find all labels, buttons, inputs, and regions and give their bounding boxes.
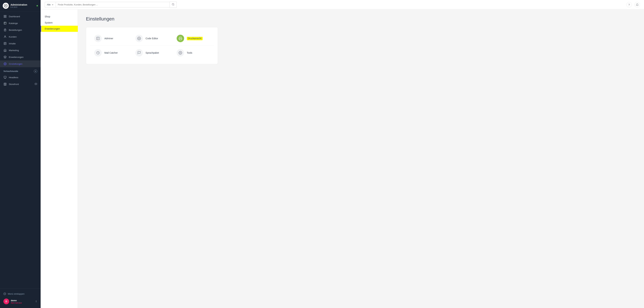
extensions-icon bbox=[4, 55, 7, 59]
status-dot bbox=[36, 5, 38, 6]
catalog-icon bbox=[4, 22, 7, 25]
svg-rect-2 bbox=[6, 15, 6, 16]
sidebar-item-bestellungen[interactable]: Bestellungen bbox=[0, 26, 40, 33]
svg-point-15 bbox=[139, 38, 140, 39]
sub-sidebar-item-erweiterungen[interactable]: Erweiterungen bbox=[40, 26, 78, 32]
search-button[interactable] bbox=[170, 2, 177, 8]
svg-point-13 bbox=[172, 4, 174, 5]
sidebar-item-marketing[interactable]: Marketing bbox=[0, 47, 40, 54]
code-editor-label: Code Editor bbox=[146, 37, 158, 40]
orders-icon bbox=[4, 28, 7, 32]
sprachpaket-label: Sprachpaket bbox=[146, 52, 159, 54]
user-chevron-icon: ⇧ bbox=[35, 300, 37, 303]
sidebar-item-headless[interactable]: Headless bbox=[0, 74, 40, 81]
user-menu[interactable]: D demo Administrator ⇧ bbox=[3, 297, 38, 306]
app-logo bbox=[3, 3, 9, 9]
sidebar-label-headless: Headless bbox=[9, 76, 18, 79]
svg-point-12 bbox=[4, 292, 6, 295]
sub-sidebar-item-shop[interactable]: Shop bbox=[40, 14, 78, 20]
sidebar-label-inhalte: Inhalte bbox=[9, 42, 16, 45]
druckansicht-icon bbox=[177, 35, 184, 42]
sidebar-header: Administration 6.4.16.0 bbox=[0, 0, 40, 12]
collapse-menu-button[interactable]: Menü einklappen bbox=[3, 291, 38, 297]
tools-label: Tools bbox=[187, 52, 192, 54]
settings-main: Einstellungen Adminer bbox=[78, 10, 644, 308]
search-input[interactable] bbox=[56, 2, 170, 8]
user-avatar: D bbox=[4, 298, 9, 304]
search-container: Alle bbox=[45, 2, 177, 8]
svg-rect-1 bbox=[4, 15, 5, 16]
sidebar-footer: Menü einklappen D demo Administrator ⇧ bbox=[0, 288, 40, 308]
sidebar-item-storefront[interactable]: Storefront bbox=[0, 81, 40, 88]
app-name: Administration bbox=[10, 4, 27, 6]
svg-point-7 bbox=[4, 36, 6, 37]
sub-sidebar-item-system[interactable]: System bbox=[40, 20, 78, 26]
sidebar-item-einstellungen[interactable]: Einstellungen bbox=[0, 60, 40, 67]
notifications-button[interactable] bbox=[634, 2, 640, 8]
storefront-icon bbox=[4, 82, 7, 86]
sidebar-item-erweiterungen[interactable]: Erweiterungen bbox=[0, 54, 40, 60]
app-info: Administration 6.4.16.0 bbox=[10, 4, 27, 8]
svg-rect-3 bbox=[4, 17, 5, 18]
page-title: Einstellungen bbox=[86, 16, 636, 22]
settings-card: Adminer Code Editor bbox=[86, 27, 218, 64]
settings-item-druckansicht[interactable]: Druckansicht bbox=[172, 31, 214, 46]
add-channel-button[interactable]: + bbox=[34, 70, 37, 73]
svg-point-9 bbox=[5, 64, 6, 64]
sidebar-label-marketing: Marketing bbox=[9, 49, 19, 52]
tools-icon bbox=[177, 49, 184, 56]
sidebar: Administration 6.4.16.0 Dashboard Katalo… bbox=[0, 0, 40, 308]
druckansicht-label: Druckansicht bbox=[187, 37, 202, 40]
svg-rect-5 bbox=[4, 22, 6, 24]
content-icon bbox=[4, 42, 7, 45]
dashboard-icon bbox=[4, 15, 7, 18]
sub-sidebar: Shop System Erweiterungen bbox=[40, 10, 78, 308]
sidebar-item-dashboard[interactable]: Dashboard bbox=[0, 13, 40, 20]
settings-item-sprachpaket[interactable]: Sprachpaket bbox=[131, 46, 172, 60]
app-version: 6.4.16.0 bbox=[10, 6, 27, 8]
page-content: Shop System Erweiterungen Einstellungen bbox=[40, 10, 644, 308]
svg-rect-10 bbox=[4, 76, 6, 78]
svg-rect-16 bbox=[179, 39, 181, 40]
settings-item-mail-catcher[interactable]: Mail Catcher bbox=[90, 46, 131, 60]
settings-item-adminer[interactable]: Adminer bbox=[90, 31, 131, 46]
eye-icon[interactable] bbox=[34, 82, 37, 86]
sidebar-label-bestellungen: Bestellungen bbox=[9, 29, 22, 31]
settings-item-code-editor[interactable]: Code Editor bbox=[131, 31, 172, 46]
svg-rect-4 bbox=[6, 17, 6, 18]
marketing-icon bbox=[4, 48, 7, 52]
help-button[interactable]: ? bbox=[626, 2, 632, 8]
sprachpaket-icon bbox=[135, 49, 143, 56]
sidebar-item-kunden[interactable]: Kunden bbox=[0, 33, 40, 40]
code-editor-icon bbox=[135, 35, 143, 42]
adminer-label: Adminer bbox=[104, 37, 113, 40]
sidebar-nav: Dashboard Kataloge Bestellungen bbox=[0, 12, 40, 288]
headless-icon bbox=[4, 76, 7, 79]
sidebar-item-inhalte[interactable]: Inhalte bbox=[0, 40, 40, 47]
mail-catcher-icon bbox=[94, 49, 102, 56]
sidebar-label-dashboard: Dashboard bbox=[9, 15, 20, 18]
main-content: Alle ? Shop S bbox=[40, 0, 644, 308]
topbar-actions: ? bbox=[626, 2, 640, 8]
sidebar-item-kataloge[interactable]: Kataloge bbox=[0, 20, 40, 26]
svg-rect-6 bbox=[5, 29, 6, 29]
mail-catcher-label: Mail Catcher bbox=[104, 52, 118, 54]
user-info: demo Administrator bbox=[11, 299, 34, 304]
adminer-icon bbox=[94, 35, 102, 42]
search-filter-button[interactable]: Alle bbox=[45, 2, 56, 8]
sidebar-label-erweiterungen: Erweiterungen bbox=[9, 56, 24, 58]
sidebar-label-kataloge: Kataloge bbox=[9, 22, 18, 24]
settings-icon bbox=[4, 62, 7, 66]
settings-grid: Adminer Code Editor bbox=[90, 31, 214, 60]
sidebar-label-einstellungen: Einstellungen bbox=[9, 62, 22, 65]
section-title-verkaufskanale: Verkaufskanäle + bbox=[0, 67, 40, 74]
settings-item-tools[interactable]: Tools bbox=[172, 46, 214, 60]
svg-point-11 bbox=[36, 84, 36, 84]
svg-point-19 bbox=[180, 52, 181, 53]
sidebar-label-kunden: Kunden bbox=[9, 36, 17, 38]
sidebar-label-storefront: Storefront bbox=[9, 83, 32, 86]
customers-icon bbox=[4, 35, 7, 38]
topbar: Alle ? bbox=[40, 0, 644, 10]
